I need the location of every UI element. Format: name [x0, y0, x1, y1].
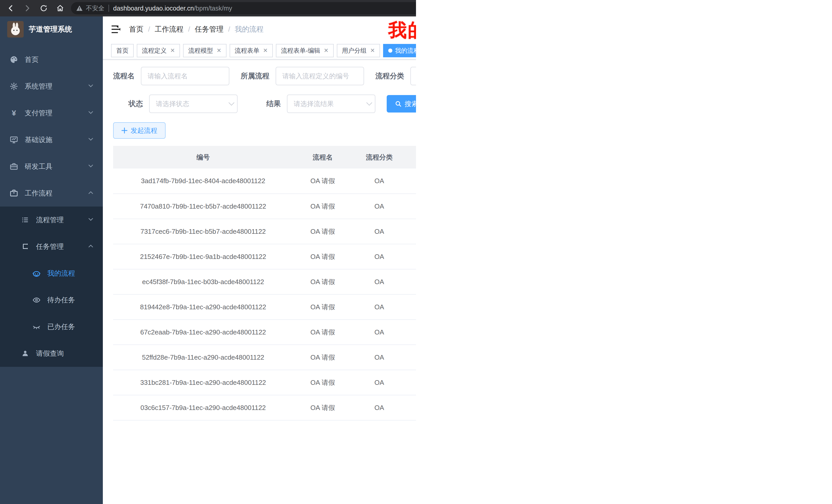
col-id: 编号	[113, 146, 293, 169]
page-content: 流程名 所属流程 流程分类 提交	[103, 60, 416, 504]
sidebar-item-task-mgmt[interactable]: 任务管理	[0, 233, 103, 260]
url-text: dashboard.yudao.iocoder.cn/bpm/task/my	[113, 5, 416, 12]
close-icon[interactable]: ✕	[216, 47, 221, 54]
list-icon	[21, 216, 30, 224]
tag-process-form-edit[interactable]: 流程表单-编辑✕	[276, 44, 334, 57]
sidebar-item-home[interactable]: 首页	[0, 46, 103, 73]
close-icon[interactable]: ✕	[370, 47, 375, 54]
filter-definition-label: 所属流程	[241, 71, 269, 81]
sidebar-item-infra[interactable]: 基础设施	[0, 127, 103, 153]
briefcase-icon	[9, 189, 19, 197]
chevron-up-icon	[88, 190, 94, 197]
browser-home-icon[interactable]	[54, 3, 66, 14]
browser-toolbar: 不安全 dashboard.yudao.iocoder.cn/bpm/task/…	[0, 0, 416, 17]
eye-closed-icon	[32, 323, 41, 331]
tag-process-definition[interactable]: 流程定义✕	[137, 44, 180, 57]
logo-avatar	[7, 21, 24, 37]
tag-my-process[interactable]: 我的流程✕	[383, 44, 416, 57]
pagination: 共 104 条 ‹ 1 2 3 4 5 6 ••• 11 ›	[113, 429, 416, 443]
chevron-up-icon	[88, 243, 94, 250]
monitor-icon	[9, 136, 19, 144]
sidebar-logo[interactable]: 芋道管理系统	[0, 17, 103, 42]
filter-category-label: 流程分类	[375, 71, 404, 81]
breadcrumb-current: 我的流程	[235, 24, 263, 34]
filter-result-label: 结果	[249, 99, 281, 109]
table-row: ec45f38f-7b9a-11ec-b03b-acde48001122OA 请…	[113, 269, 416, 295]
sidebar-item-todo-task[interactable]: 待办任务	[0, 287, 103, 313]
breadcrumb-item[interactable]: 任务管理	[195, 24, 224, 34]
browser-back-icon[interactable]	[5, 3, 17, 14]
sidebar-item-system[interactable]: 系统管理	[0, 73, 103, 100]
col-category: 流程分类	[352, 146, 406, 169]
col-name: 流程名	[293, 146, 352, 169]
tag-home[interactable]: 首页	[111, 44, 134, 57]
chevron-down-icon	[88, 217, 94, 223]
table-row: 331bc281-7b9a-11ec-a290-acde48001122OA 请…	[113, 370, 416, 395]
process-name-input[interactable]	[141, 67, 229, 85]
breadcrumb-item[interactable]: 工作流程	[155, 24, 184, 34]
process-definition-input[interactable]	[276, 67, 364, 85]
filter-name-label: 流程名	[113, 71, 135, 81]
tree-icon	[21, 243, 30, 250]
chevron-down-icon	[88, 163, 94, 170]
tag-process-model[interactable]: 流程模型✕	[183, 44, 226, 57]
sidebar-item-leave-query[interactable]: 请假查询	[0, 340, 103, 367]
table-row: 3ad174fb-7b9d-11ec-8404-acde48001122OA 请…	[113, 169, 416, 194]
filter-status-label: 状态	[113, 99, 143, 109]
active-dot	[388, 49, 392, 53]
dashboard-icon	[9, 55, 19, 64]
close-icon[interactable]: ✕	[263, 47, 268, 54]
chevron-down-icon	[88, 136, 94, 143]
status-select[interactable]	[149, 94, 238, 113]
table-row: 03c6c157-7b9a-11ec-a290-acde48001122OA 请…	[113, 395, 416, 420]
sidebar-fold-icon[interactable]	[111, 25, 121, 34]
browser-reload-icon[interactable]	[38, 3, 49, 14]
sidebar-item-payment[interactable]: ¥ 支付管理	[0, 100, 103, 127]
yen-icon: ¥	[9, 109, 19, 117]
plus-icon	[121, 128, 128, 134]
sidebar-item-workflow[interactable]: 工作流程	[0, 180, 103, 206]
chevron-down-icon	[88, 110, 94, 117]
table-row: 819442e8-7b9a-11ec-a290-acde48001122OA 请…	[113, 295, 416, 319]
breadcrumb-item[interactable]: 首页	[129, 24, 144, 34]
security-warning[interactable]: 不安全	[76, 4, 104, 12]
user-icon	[21, 349, 30, 357]
sidebar: 芋道管理系统 首页 系统管理 ¥ 支付管理	[0, 17, 103, 504]
sidebar-item-done-task[interactable]: 已办任务	[0, 313, 103, 340]
chevron-down-icon	[88, 83, 94, 90]
category-select[interactable]	[410, 67, 416, 85]
process-table: 编号 流程名 流程分类 当前审批任务 状态 结果 提交时间 结束时间 操作	[113, 146, 416, 421]
sidebar-item-my-process[interactable]: 我的流程	[0, 260, 103, 287]
tag-user-group[interactable]: 用户分组✕	[337, 44, 380, 57]
toolbox-icon	[9, 162, 19, 171]
browser-forward-icon[interactable]	[22, 3, 33, 14]
eye-icon	[32, 296, 41, 304]
divider	[108, 5, 109, 12]
table-row: 2152467e-7b9b-11ec-9a1b-acde48001122OA 请…	[113, 244, 416, 269]
col-task: 当前审批任务	[406, 146, 416, 169]
result-select[interactable]	[287, 94, 375, 113]
navbar: 首页/ 工作流程/ 任务管理/ 我的流程 我的流程 TT	[103, 17, 416, 42]
close-icon[interactable]: ✕	[324, 47, 328, 54]
close-icon[interactable]: ✕	[170, 47, 175, 54]
tag-process-form[interactable]: 流程表单✕	[230, 44, 273, 57]
face-icon	[32, 269, 41, 278]
security-label: 不安全	[86, 4, 104, 12]
sidebar-item-devtool[interactable]: 研发工具	[0, 153, 103, 180]
search-icon	[395, 101, 401, 107]
search-button[interactable]: 搜索	[387, 95, 416, 113]
table-row: 7470a810-7b9b-11ec-b5b7-acde48001122OA 请…	[113, 194, 416, 219]
table-row: 7317cec6-7b9b-11ec-b5b7-acde48001122OA 请…	[113, 219, 416, 244]
sidebar-item-process-mgmt[interactable]: 流程管理	[0, 206, 103, 233]
app-title: 芋道管理系统	[29, 24, 72, 34]
gear-icon	[9, 82, 19, 90]
table-header-row: 编号 流程名 流程分类 当前审批任务 状态 结果 提交时间 结束时间 操作	[113, 146, 416, 169]
breadcrumb: 首页/ 工作流程/ 任务管理/ 我的流程	[129, 24, 263, 34]
table-row: 52ffd28e-7b9a-11ec-a290-acde48001122OA 请…	[113, 345, 416, 370]
red-annotation-text: 我的流程	[388, 18, 416, 43]
start-process-button[interactable]: 发起流程	[113, 122, 165, 139]
tags-view: 首页 流程定义✕ 流程模型✕ 流程表单✕ 流程表单-编辑✕ 用户分组✕ 我的流程…	[103, 42, 416, 60]
warning-triangle-icon	[76, 5, 83, 11]
address-bar[interactable]: 不安全 dashboard.yudao.iocoder.cn/bpm/task/…	[71, 2, 416, 15]
table-row: 67c2eaab-7b9a-11ec-a290-acde48001122OA 请…	[113, 319, 416, 345]
